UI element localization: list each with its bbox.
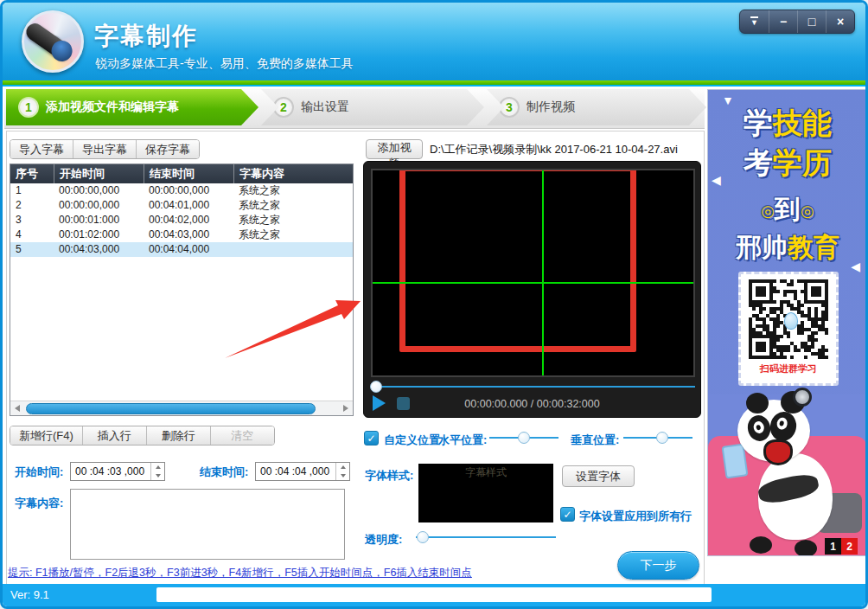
table-cell: 4 [10,228,54,242]
table-cell: 00:01:02:000 [54,228,144,242]
minimize-button[interactable]: − [769,10,797,33]
table-cell: 系统之家 [233,198,353,213]
table-cell: 3 [10,213,54,228]
table-row[interactable]: 400:01:02:00000:04:03,000系统之家 [10,228,353,242]
slider-track[interactable] [416,536,556,538]
scrollbar-thumb[interactable] [26,403,316,414]
row-edit-buttons-3[interactable]: 删除行 [146,426,210,445]
table-cell: 00:04:02,000 [144,213,233,228]
status-bar: Ver: 9.1 [3,584,865,606]
spin-down-icon[interactable] [336,471,349,480]
spin-down-icon[interactable] [151,471,164,480]
table-cell: 00:00:00,000 [144,183,233,198]
v-position-slider[interactable] [623,432,692,444]
column-header: 序号 [10,164,54,183]
subtitle-region-red-rectangle[interactable] [399,169,636,352]
window-controls: ▼ − □ × [739,10,855,34]
table-row[interactable]: 200:00:00,00000:04:01,000系统之家 [10,198,353,213]
panda-eye [745,413,773,443]
title-bar: 字幕制作 锐动多媒体工具-专业、易用、免费的多媒体工具 ▼ − □ × [3,3,865,82]
row-edit-buttons-1[interactable]: 新增行(F4) [10,426,82,445]
green-horizontal-guide [373,282,693,284]
step-number: 1 [18,97,39,118]
version-text: Ver: 9.1 [10,588,49,601]
table-cell: 2 [10,198,54,213]
spinner-arrows [150,463,164,480]
step-tab-1[interactable]: 1添加视频文件和编辑字幕 [6,89,258,125]
step-tab-3[interactable]: 3制作视频 [487,89,706,125]
table-cell: 00:00:00,000 [54,183,144,198]
panda-graphic [720,400,841,552]
ad-headline-3: ◎到◎ [708,192,867,228]
spin-up-icon[interactable] [151,463,164,471]
seek-slider[interactable] [371,381,695,393]
column-header: 开始时间 [54,164,144,183]
ad-headline-2: 考学历 [708,144,867,183]
table-cell: 系统之家 [233,228,353,242]
scroll-left-button[interactable] [10,401,24,416]
seek-thumb[interactable] [370,381,382,393]
qq-penguin-icon [784,312,798,330]
ad-page-2[interactable]: 2 [841,538,858,555]
subtitle-toolbar-3[interactable]: 保存字幕 [136,140,199,158]
panda-band [756,471,820,506]
table-cell: 系统之家 [233,213,353,228]
custom-position-label: 自定义位置 [384,433,440,448]
step-label: 添加视频文件和编辑字幕 [46,99,179,115]
subtitle-content-input[interactable] [70,489,345,560]
next-step-button[interactable]: 下一步 [617,551,699,580]
custom-position-checkbox[interactable]: ✓ [364,431,379,446]
slider-thumb[interactable] [656,432,668,444]
apply-all-label: 字体设置应用到所有行 [579,509,692,524]
row-edit-buttons-4: 清空 [210,426,274,445]
subtitle-table[interactable]: 序号开始时间结束时间字幕内容 100:00:00,00000:00:00,000… [10,163,354,416]
row-edit-buttons-2[interactable]: 插入行 [82,426,146,445]
opacity-slider[interactable] [416,531,556,543]
app-subtitle: 锐动多媒体工具-专业、易用、免费的多媒体工具 [95,56,354,72]
table-cell: 系统之家 [233,183,353,198]
table-row[interactable]: 300:00:01:00000:04:02,000系统之家 [10,213,353,228]
table-cell: 00:00:00,000 [54,198,144,213]
ad-headline-4: 邢帅教育 [708,230,867,266]
panda-illustration [708,394,867,556]
ad-page-1[interactable]: 1 [825,538,841,555]
ad-banner[interactable]: ▼ ◀ ◀ 学技能 考学历 ◎到◎ 邢帅教育 扫码进群学习 [707,89,868,556]
table-row[interactable]: 100:00:00,00000:00:00,000系统之家 [10,183,353,198]
subtitle-toolbar-2[interactable]: 导出字幕 [73,140,136,158]
horizontal-scrollbar[interactable] [10,401,353,415]
spin-up-icon[interactable] [336,463,349,471]
menu-button[interactable]: ▼ [740,10,769,33]
seek-track[interactable] [371,386,695,388]
triangle-left-icon [15,405,20,412]
shortcut-hint-link[interactable]: 提示: F1播放/暂停，F2后退3秒，F3前进3秒，F4新增行，F5插入开始时间… [8,566,492,580]
headphone-icon [793,388,812,407]
progress-bar [156,587,712,602]
set-font-button[interactable]: 设置字体 [562,465,635,487]
slider-thumb[interactable] [417,531,429,543]
end-time-label: 结束时间: [200,465,248,480]
table-row[interactable]: 500:04:03,00000:04:04,000 [10,242,353,257]
h-position-slider[interactable] [489,432,558,444]
start-time-value[interactable]: 00 :04 :03 ,000 [71,463,150,480]
green-vertical-guide [542,170,544,375]
end-time-spinner[interactable]: 00 :04 :04 ,000 [255,462,350,481]
subtitle-toolbar-1[interactable]: 导入字幕 [10,140,73,158]
close-button[interactable]: × [826,10,854,33]
apply-all-checkbox[interactable]: ✓ [560,507,575,522]
maximize-button[interactable]: □ [797,10,826,33]
video-file-path: D:\工作记录\视频录制\kk 2017-06-21 10-04-27.avi [430,142,678,157]
start-time-spinner[interactable]: 00 :04 :03 ,000 [70,462,165,481]
step-tab-2[interactable]: 2输出设置 [261,89,484,125]
step-number: 3 [499,97,520,118]
h-position-label: 水平位置: [438,433,487,448]
end-time-value[interactable]: 00 :04 :04 ,000 [256,463,335,480]
scroll-right-button[interactable] [339,401,353,416]
start-time-label: 开始时间: [15,465,63,480]
slider-thumb[interactable] [518,432,530,444]
table-cell: 00:04:01,000 [144,198,233,213]
add-video-button[interactable]: 添加视频 [366,139,423,159]
scrollbar-track[interactable] [24,403,339,414]
column-header: 结束时间 [144,164,233,183]
video-screen[interactable] [371,169,695,377]
double-chevron-down-icon: ▼ [750,16,758,27]
